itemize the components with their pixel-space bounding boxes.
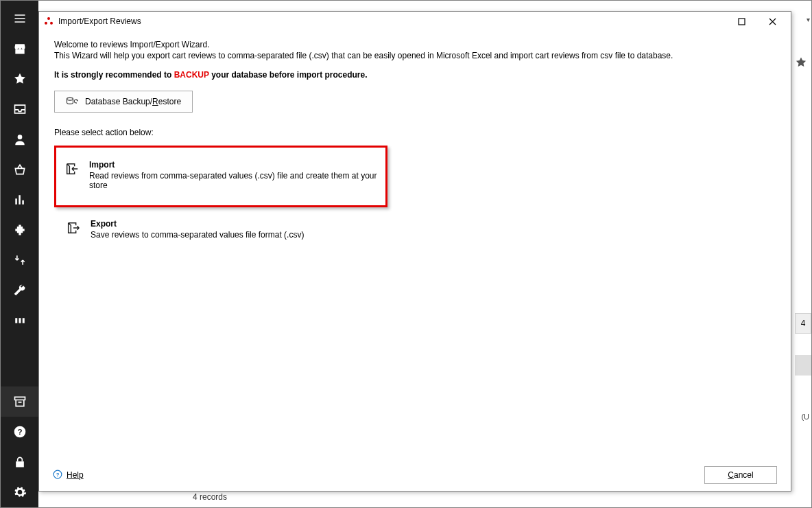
svg-point-0	[17, 135, 22, 139]
window-maximize-button[interactable]	[726, 13, 757, 30]
sidebar-sync[interactable]	[1, 305, 38, 336]
sidebar-chart[interactable]	[1, 185, 38, 215]
sidebar-menu[interactable]	[1, 3, 38, 34]
sidebar-gear[interactable]	[1, 477, 38, 507]
intro-line-2: This Wizard will help you export cart re…	[54, 50, 776, 61]
import-desc: Read reviews from comma-separated values…	[89, 171, 379, 190]
bg-grey-band	[795, 355, 811, 376]
sidebar-store[interactable]	[1, 34, 38, 64]
svg-rect-6	[16, 461, 24, 467]
sidebar-inbox[interactable]	[1, 94, 38, 124]
bg-cell-4: 4	[795, 313, 811, 334]
export-action-card[interactable]: Export Save reviews to comma-separated v…	[54, 207, 387, 251]
bg-column-star	[795, 56, 807, 69]
export-icon	[66, 220, 81, 235]
import-title: Import	[89, 160, 379, 170]
sidebar-star[interactable]	[1, 64, 38, 94]
svg-rect-3	[22, 318, 24, 323]
export-desc: Save reviews to comma-separated values f…	[91, 230, 304, 240]
actions-area: Import Read reviews from comma-separated…	[54, 146, 776, 251]
backup-button-label: Database Backup/Restore	[85, 97, 181, 106]
svg-text:?: ?	[17, 427, 22, 436]
dialog-footer: ? Help Cancel	[39, 459, 791, 491]
svg-point-9	[50, 22, 53, 25]
bg-cell-text: (U	[801, 413, 809, 421]
sidebar-transfer[interactable]	[1, 245, 38, 275]
help-label: Help	[67, 470, 84, 480]
sidebar-wrench[interactable]	[1, 275, 38, 305]
help-link[interactable]: ? Help	[53, 470, 84, 481]
dialog-title: Import/Export Reviews	[58, 16, 141, 26]
sidebar-lock[interactable]	[1, 447, 38, 477]
sidebar-plugin[interactable]	[1, 215, 38, 245]
svg-point-11	[67, 97, 73, 100]
database-backup-icon	[66, 97, 78, 106]
svg-point-8	[45, 22, 47, 25]
intro-line-1: Welcome to reviews Import/Export Wizard.	[54, 39, 776, 50]
svg-rect-1	[15, 318, 17, 323]
app-root: ▾ 4 (U 4 records ? Import/Export Reviews	[0, 0, 812, 508]
window-close-button[interactable]	[757, 13, 788, 30]
cancel-button[interactable]: Cancel	[704, 466, 777, 484]
svg-rect-2	[19, 318, 21, 323]
svg-rect-10	[739, 19, 745, 25]
export-title: Export	[91, 219, 304, 229]
svg-point-7	[47, 17, 50, 20]
sidebar-basket[interactable]	[1, 154, 38, 185]
records-count-label: 4 records	[193, 492, 227, 502]
select-action-prompt: Please select action below:	[54, 128, 776, 137]
sidebar: ?	[1, 1, 38, 507]
dialog-titlebar: Import/Export Reviews	[39, 12, 791, 31]
dialog-body: Welcome to reviews Import/Export Wizard.…	[39, 31, 791, 491]
app-logo-icon	[43, 16, 54, 27]
bg-dropdown-caret: ▾	[807, 16, 810, 23]
database-backup-restore-button[interactable]: Database Backup/Restore	[54, 91, 193, 113]
import-export-dialog: Import/Export Reviews Welcome to reviews…	[38, 11, 791, 492]
import-action-card[interactable]: Import Read reviews from comma-separated…	[54, 146, 387, 207]
sidebar-help[interactable]: ?	[1, 417, 38, 447]
sidebar-user[interactable]	[1, 124, 38, 154]
sidebar-archive[interactable]	[1, 386, 38, 417]
import-icon	[64, 161, 80, 176]
help-icon: ?	[53, 470, 62, 481]
backup-recommendation: It is strongly recommended to BACKUP you…	[54, 69, 776, 80]
svg-text:?: ?	[56, 471, 60, 477]
